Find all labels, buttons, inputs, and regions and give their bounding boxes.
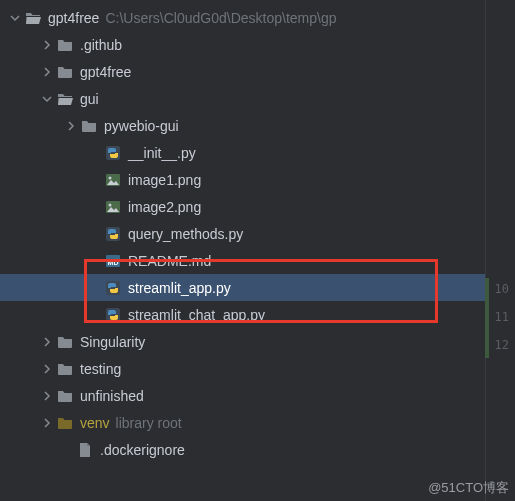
folder-icon xyxy=(56,361,74,377)
tree-label: image1.png xyxy=(128,172,201,188)
tree-label: unfinished xyxy=(80,388,144,404)
tree-item-testing[interactable]: testing xyxy=(0,355,515,382)
tree-item-singularity[interactable]: Singularity xyxy=(0,328,515,355)
folder-open-icon xyxy=(24,10,42,26)
root-path: C:\Users\Cl0udG0d\Desktop\temp\gp xyxy=(105,10,336,26)
tree-item-init[interactable]: __init__.py xyxy=(0,139,515,166)
chevron-right-icon xyxy=(38,391,56,401)
chevron-right-icon xyxy=(38,40,56,50)
folder-icon xyxy=(56,37,74,53)
line-number: 11 xyxy=(495,310,509,324)
python-file-icon xyxy=(104,307,122,323)
tree-label: README.md xyxy=(128,253,211,269)
watermark: @51CTO博客 xyxy=(428,479,509,497)
chevron-down-icon xyxy=(38,94,56,104)
tree-hint: library root xyxy=(116,415,182,431)
vcs-change-marker xyxy=(485,278,489,358)
tree-item-gpt4free[interactable]: gpt4free xyxy=(0,58,515,85)
chevron-right-icon xyxy=(38,364,56,374)
tree-item-pywebio[interactable]: pywebio-gui xyxy=(0,112,515,139)
tree-item-github[interactable]: .github xyxy=(0,31,515,58)
tree-label: Singularity xyxy=(80,334,145,350)
tree-item-dockerignore[interactable]: .dockerignore xyxy=(0,436,515,463)
tree-label: testing xyxy=(80,361,121,377)
python-file-icon xyxy=(104,226,122,242)
folder-icon xyxy=(56,388,74,404)
tree-item-streamlit-chat-app[interactable]: streamlit_chat_app.py xyxy=(0,301,515,328)
tree-label: image2.png xyxy=(128,199,201,215)
file-tree[interactable]: gpt4free C:\Users\Cl0udG0d\Desktop\temp\… xyxy=(0,0,515,463)
python-file-icon xyxy=(104,145,122,161)
tree-item-query-methods[interactable]: query_methods.py xyxy=(0,220,515,247)
tree-item-streamlit-app[interactable]: streamlit_app.py xyxy=(0,274,515,301)
folder-excluded-icon xyxy=(56,415,74,431)
line-number: 10 xyxy=(495,282,509,296)
tree-label: streamlit_chat_app.py xyxy=(128,307,265,323)
tree-label: pywebio-gui xyxy=(104,118,179,134)
folder-icon xyxy=(56,64,74,80)
tree-label: .dockerignore xyxy=(100,442,185,458)
folder-icon xyxy=(56,334,74,350)
tree-item-venv[interactable]: venv library root xyxy=(0,409,515,436)
chevron-right-icon xyxy=(38,418,56,428)
chevron-right-icon xyxy=(62,121,80,131)
image-file-icon xyxy=(104,172,122,188)
markdown-file-icon xyxy=(104,253,122,269)
tree-item-unfinished[interactable]: unfinished xyxy=(0,382,515,409)
root-label: gpt4free xyxy=(48,10,99,26)
tree-label: gui xyxy=(80,91,99,107)
chevron-right-icon xyxy=(38,337,56,347)
tree-label: .github xyxy=(80,37,122,53)
editor-gutter: 10 11 12 xyxy=(485,0,515,501)
tree-item-image2[interactable]: image2.png xyxy=(0,193,515,220)
python-file-icon xyxy=(104,280,122,296)
folder-open-icon xyxy=(56,91,74,107)
file-icon xyxy=(76,442,94,458)
tree-item-image1[interactable]: image1.png xyxy=(0,166,515,193)
tree-item-gui[interactable]: gui xyxy=(0,85,515,112)
image-file-icon xyxy=(104,199,122,215)
chevron-right-icon xyxy=(38,67,56,77)
tree-label: query_methods.py xyxy=(128,226,243,242)
line-number: 12 xyxy=(495,338,509,352)
tree-root[interactable]: gpt4free C:\Users\Cl0udG0d\Desktop\temp\… xyxy=(0,4,515,31)
tree-label: venv xyxy=(80,415,110,431)
tree-label: __init__.py xyxy=(128,145,196,161)
tree-label: gpt4free xyxy=(80,64,131,80)
folder-icon xyxy=(80,118,98,134)
tree-label: streamlit_app.py xyxy=(128,280,231,296)
tree-item-readme[interactable]: README.md xyxy=(0,247,515,274)
chevron-down-icon xyxy=(6,13,24,23)
